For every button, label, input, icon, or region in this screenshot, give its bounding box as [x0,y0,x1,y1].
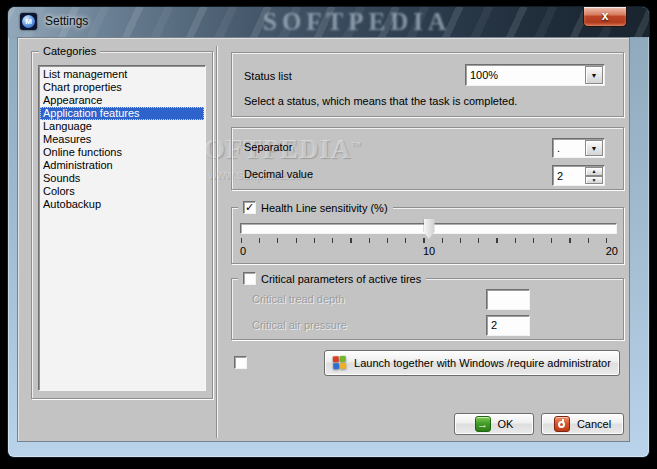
decimal-value-label: Decimal value [244,168,313,180]
critical-group-title: Critical parameters of active tires [238,271,426,286]
list-item-chart-properties[interactable]: Chart properties [40,81,204,94]
tread-depth-label: Critical tread depth [252,293,344,305]
close-button[interactable]: x [583,7,627,27]
list-item-list-management[interactable]: List management [40,68,204,81]
dialog-body: SOFTPEDIA™ www.softpedia.com Categories … [17,37,630,442]
categories-listbox[interactable]: List management Chart properties Appeara… [38,65,206,391]
launch-checkbox[interactable] [234,356,247,369]
dropdown-arrow-icon: ▼ [591,145,598,152]
tread-depth-input[interactable] [486,289,530,310]
separator-combobox[interactable]: . ▼ [552,138,605,158]
sensitivity-slider-track[interactable] [240,223,617,234]
separator-label: Separator [244,141,292,153]
titlebar-watermark: SOFTPEDIA [263,8,451,36]
close-icon: x [602,9,609,23]
critical-groupbox: Critical parameters of active tires Crit… [231,278,624,340]
list-item-colors[interactable]: Colors [40,185,204,198]
titlebar[interactable]: SOFTPEDIA M Settings x [8,7,649,37]
window-title: Settings [45,7,88,37]
categories-groupbox: Categories List management Chart propert… [31,51,213,399]
slider-tick-labels: 0 10 20 [240,245,618,257]
cancel-button[interactable]: Cancel [541,413,624,435]
launch-button[interactable]: Launch together with Windows /require ad… [324,350,620,376]
format-groupbox: Separator . ▼ Decimal value 2 ▲ ▼ [231,127,624,190]
air-pressure-label: Critical air pressure [252,319,347,331]
health-label: Health Line sensitivity (%) [261,202,388,214]
list-item-language[interactable]: Language [40,120,204,133]
list-item-administration[interactable]: Administration [40,159,204,172]
list-item-autobackup[interactable]: Autobackup [40,198,204,211]
ok-button[interactable]: → OK [454,413,534,435]
list-item-application-features[interactable]: Application features [40,107,204,120]
panel-divider [216,46,217,438]
status-dropdown-button[interactable]: ▼ [585,66,603,84]
separator-dropdown-button[interactable]: ▼ [585,140,603,156]
list-item-appearance[interactable]: Appearance [40,94,204,107]
windows-flag-icon [333,356,348,371]
app-logo-m-icon: M [22,15,35,28]
settings-window: SOFTPEDIA M Settings x SOFTPEDIA™ www.so… [8,7,649,457]
ok-arrow-icon: → [475,416,491,432]
critical-label: Critical parameters of active tires [261,273,421,285]
app-icon: M [20,13,37,30]
health-checkbox[interactable]: ✓ [243,201,256,214]
power-icon [554,416,570,432]
launch-button-label: Launch together with Windows /require ad… [354,357,611,369]
spin-up-icon: ▲ [592,168,597,174]
ok-button-label: OK [498,418,514,430]
status-combobox[interactable]: 100% ▼ [465,64,605,86]
sensitivity-slider-thumb[interactable] [424,219,435,239]
tick-label-max: 20 [606,245,618,257]
slider-ticks [241,238,607,243]
list-item-measures[interactable]: Measures [40,133,204,146]
health-group-title: ✓ Health Line sensitivity (%) [238,200,393,215]
status-groupbox: Status list 100% ▼ Select a status, whic… [231,52,624,117]
cancel-button-label: Cancel [577,418,611,430]
list-item-sounds[interactable]: Sounds [40,172,204,185]
air-pressure-input[interactable]: 2 [486,315,530,336]
decimal-spin-buttons: ▲ ▼ [585,167,603,184]
health-groupbox: ✓ Health Line sensitivity (%) 0 10 20 [231,207,624,264]
critical-checkbox[interactable] [243,272,256,285]
separator-combobox-value: . [553,142,584,154]
decimal-spinner[interactable]: 2 ▲ ▼ [552,165,605,186]
status-list-label: Status list [244,70,292,82]
tick-label-mid: 10 [423,245,435,257]
list-item-online-functions[interactable]: Online functions [40,146,204,159]
status-combobox-value: 100% [466,69,584,81]
spinner-up-button[interactable]: ▲ [585,167,603,176]
checkmark-icon: ✓ [245,202,254,213]
tick-label-min: 0 [240,245,246,257]
status-hint: Select a status, which means that the ta… [244,95,517,107]
categories-label: Categories [39,45,100,57]
spin-down-icon: ▼ [592,177,597,183]
decimal-spinner-value: 2 [553,170,584,182]
dropdown-arrow-icon: ▼ [591,72,598,79]
spinner-down-button[interactable]: ▼ [585,176,603,185]
